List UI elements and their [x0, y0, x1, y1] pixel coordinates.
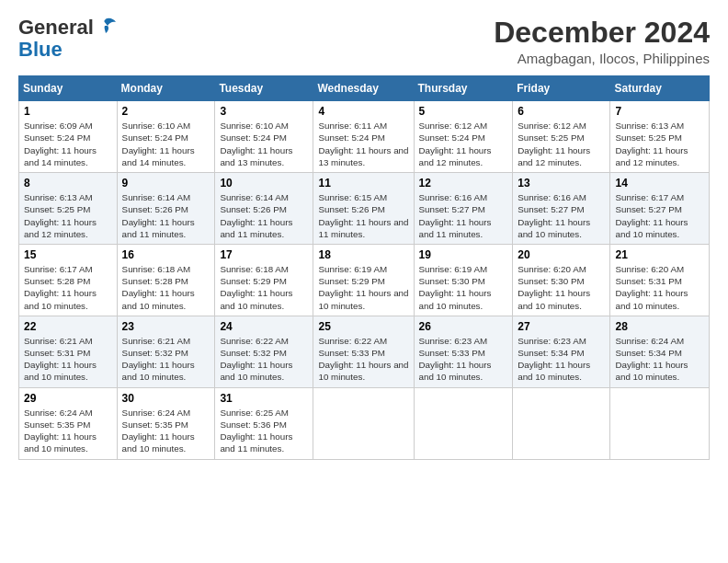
calendar-cell: 10Sunrise: 6:14 AM Sunset: 5:26 PM Dayli… [215, 173, 313, 245]
day-info: Sunrise: 6:25 AM Sunset: 5:36 PM Dayligh… [220, 407, 308, 455]
day-number: 15 [24, 248, 112, 261]
header: General Blue December 2024 Amagbagan, Il… [18, 17, 710, 66]
day-number: 1 [24, 105, 112, 118]
calendar-cell [414, 387, 513, 459]
day-info: Sunrise: 6:21 AM Sunset: 5:32 PM Dayligh… [122, 335, 210, 384]
calendar-cell [313, 387, 414, 459]
calendar-cell [610, 387, 710, 459]
col-monday: Monday [117, 76, 215, 101]
day-number: 21 [615, 248, 704, 261]
calendar-header-row: Sunday Monday Tuesday Wednesday Thursday… [19, 76, 710, 101]
day-info: Sunrise: 6:16 AM Sunset: 5:27 PM Dayligh… [419, 191, 508, 240]
day-number: 19 [419, 248, 508, 261]
day-info: Sunrise: 6:19 AM Sunset: 5:29 PM Dayligh… [318, 263, 408, 312]
day-number: 30 [122, 392, 210, 405]
calendar-cell: 6Sunrise: 6:12 AM Sunset: 5:25 PM Daylig… [513, 101, 610, 173]
calendar-cell: 7Sunrise: 6:13 AM Sunset: 5:25 PM Daylig… [610, 101, 710, 173]
calendar-cell: 21Sunrise: 6:20 AM Sunset: 5:31 PM Dayli… [610, 244, 710, 316]
day-info: Sunrise: 6:23 AM Sunset: 5:33 PM Dayligh… [419, 335, 508, 384]
day-info: Sunrise: 6:12 AM Sunset: 5:25 PM Dayligh… [518, 120, 605, 168]
logo-blue: Blue [18, 39, 63, 61]
day-number: 16 [122, 248, 210, 261]
calendar-cell [513, 387, 610, 459]
calendar-cell: 20Sunrise: 6:20 AM Sunset: 5:30 PM Dayli… [513, 244, 610, 316]
day-info: Sunrise: 6:23 AM Sunset: 5:34 PM Dayligh… [518, 335, 605, 384]
month-year: December 2024 [494, 17, 710, 49]
calendar-cell: 14Sunrise: 6:17 AM Sunset: 5:27 PM Dayli… [610, 173, 710, 245]
calendar-cell: 12Sunrise: 6:16 AM Sunset: 5:27 PM Dayli… [414, 173, 513, 245]
col-tuesday: Tuesday [215, 76, 313, 101]
day-info: Sunrise: 6:09 AM Sunset: 5:24 PM Dayligh… [24, 120, 112, 168]
page: General Blue December 2024 Amagbagan, Il… [0, 0, 728, 563]
location: Amagbagan, Ilocos, Philippines [494, 51, 710, 66]
col-saturday: Saturday [610, 76, 710, 101]
calendar-cell: 19Sunrise: 6:19 AM Sunset: 5:30 PM Dayli… [414, 244, 513, 316]
day-info: Sunrise: 6:24 AM Sunset: 5:34 PM Dayligh… [615, 335, 704, 384]
day-number: 20 [518, 248, 605, 261]
calendar-cell: 23Sunrise: 6:21 AM Sunset: 5:32 PM Dayli… [117, 316, 215, 387]
calendar-week-row: 15Sunrise: 6:17 AM Sunset: 5:28 PM Dayli… [19, 244, 710, 316]
day-number: 7 [615, 105, 704, 118]
col-thursday: Thursday [414, 76, 513, 101]
day-info: Sunrise: 6:11 AM Sunset: 5:24 PM Dayligh… [318, 120, 408, 168]
day-info: Sunrise: 6:13 AM Sunset: 5:25 PM Dayligh… [615, 120, 704, 168]
day-info: Sunrise: 6:22 AM Sunset: 5:32 PM Dayligh… [220, 335, 308, 384]
day-info: Sunrise: 6:16 AM Sunset: 5:27 PM Dayligh… [518, 191, 605, 240]
calendar-cell: 8Sunrise: 6:13 AM Sunset: 5:25 PM Daylig… [19, 173, 118, 245]
logo-bird-icon [96, 17, 116, 35]
calendar-table: Sunday Monday Tuesday Wednesday Thursday… [18, 75, 710, 459]
day-info: Sunrise: 6:14 AM Sunset: 5:26 PM Dayligh… [122, 191, 210, 240]
day-number: 25 [318, 320, 408, 333]
day-number: 29 [24, 392, 112, 405]
day-info: Sunrise: 6:17 AM Sunset: 5:27 PM Dayligh… [615, 191, 704, 240]
day-number: 8 [24, 177, 112, 190]
title-block: December 2024 Amagbagan, Ilocos, Philipp… [494, 17, 710, 66]
calendar-cell: 2Sunrise: 6:10 AM Sunset: 5:24 PM Daylig… [117, 101, 215, 173]
calendar-cell: 11Sunrise: 6:15 AM Sunset: 5:26 PM Dayli… [313, 173, 414, 245]
day-info: Sunrise: 6:22 AM Sunset: 5:33 PM Dayligh… [318, 335, 408, 384]
day-number: 5 [419, 105, 508, 118]
day-number: 27 [518, 320, 605, 333]
day-number: 3 [220, 105, 308, 118]
day-number: 26 [419, 320, 508, 333]
calendar-cell: 30Sunrise: 6:24 AM Sunset: 5:35 PM Dayli… [117, 387, 215, 459]
calendar-cell: 28Sunrise: 6:24 AM Sunset: 5:34 PM Dayli… [610, 316, 710, 387]
day-info: Sunrise: 6:13 AM Sunset: 5:25 PM Dayligh… [24, 191, 112, 240]
day-info: Sunrise: 6:19 AM Sunset: 5:30 PM Dayligh… [419, 263, 508, 312]
logo-general: General [18, 17, 94, 39]
day-info: Sunrise: 6:10 AM Sunset: 5:24 PM Dayligh… [122, 120, 210, 168]
col-wednesday: Wednesday [313, 76, 414, 101]
day-info: Sunrise: 6:12 AM Sunset: 5:24 PM Dayligh… [419, 120, 508, 168]
day-info: Sunrise: 6:24 AM Sunset: 5:35 PM Dayligh… [24, 407, 112, 455]
calendar-cell: 31Sunrise: 6:25 AM Sunset: 5:36 PM Dayli… [215, 387, 313, 459]
day-info: Sunrise: 6:18 AM Sunset: 5:28 PM Dayligh… [122, 263, 210, 312]
day-number: 6 [518, 105, 605, 118]
day-number: 10 [220, 177, 308, 190]
day-info: Sunrise: 6:24 AM Sunset: 5:35 PM Dayligh… [122, 407, 210, 455]
day-number: 11 [318, 177, 408, 190]
col-friday: Friday [513, 76, 610, 101]
day-number: 4 [318, 105, 408, 118]
day-number: 9 [122, 177, 210, 190]
calendar-cell: 9Sunrise: 6:14 AM Sunset: 5:26 PM Daylig… [117, 173, 215, 245]
calendar-cell: 5Sunrise: 6:12 AM Sunset: 5:24 PM Daylig… [414, 101, 513, 173]
col-sunday: Sunday [19, 76, 118, 101]
day-number: 28 [615, 320, 704, 333]
calendar-cell: 25Sunrise: 6:22 AM Sunset: 5:33 PM Dayli… [313, 316, 414, 387]
calendar-week-row: 8Sunrise: 6:13 AM Sunset: 5:25 PM Daylig… [19, 173, 710, 245]
day-info: Sunrise: 6:20 AM Sunset: 5:31 PM Dayligh… [615, 263, 704, 312]
calendar-cell: 29Sunrise: 6:24 AM Sunset: 5:35 PM Dayli… [19, 387, 118, 459]
calendar-cell: 24Sunrise: 6:22 AM Sunset: 5:32 PM Dayli… [215, 316, 313, 387]
calendar-cell: 27Sunrise: 6:23 AM Sunset: 5:34 PM Dayli… [513, 316, 610, 387]
day-info: Sunrise: 6:18 AM Sunset: 5:29 PM Dayligh… [220, 263, 308, 312]
day-info: Sunrise: 6:20 AM Sunset: 5:30 PM Dayligh… [518, 263, 605, 312]
calendar-cell: 13Sunrise: 6:16 AM Sunset: 5:27 PM Dayli… [513, 173, 610, 245]
calendar-week-row: 22Sunrise: 6:21 AM Sunset: 5:31 PM Dayli… [19, 316, 710, 387]
logo: General Blue [18, 17, 116, 61]
calendar-cell: 1Sunrise: 6:09 AM Sunset: 5:24 PM Daylig… [19, 101, 118, 173]
day-number: 13 [518, 177, 605, 190]
calendar-cell: 15Sunrise: 6:17 AM Sunset: 5:28 PM Dayli… [19, 244, 118, 316]
calendar-cell: 18Sunrise: 6:19 AM Sunset: 5:29 PM Dayli… [313, 244, 414, 316]
day-number: 23 [122, 320, 210, 333]
calendar-week-row: 1Sunrise: 6:09 AM Sunset: 5:24 PM Daylig… [19, 101, 710, 173]
